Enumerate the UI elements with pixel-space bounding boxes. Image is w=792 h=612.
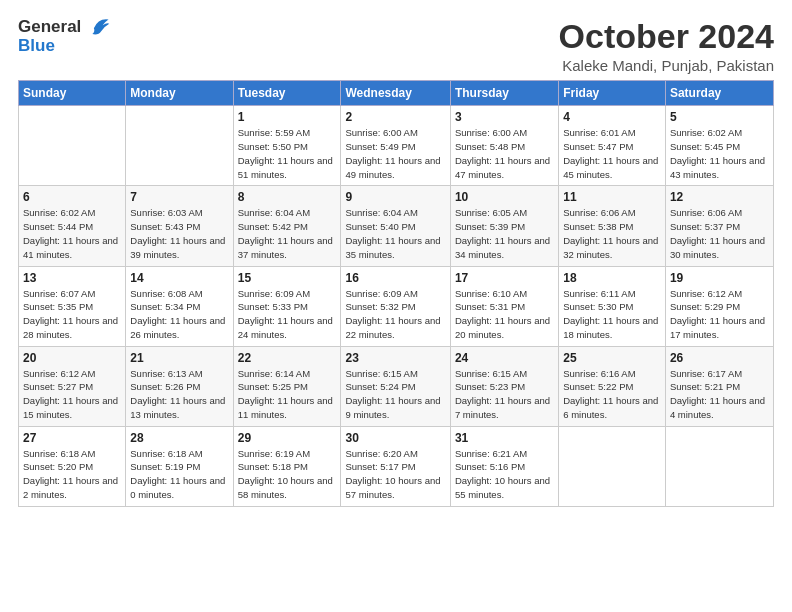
day-info: Sunrise: 6:04 AMSunset: 5:42 PMDaylight:… bbox=[238, 206, 337, 261]
calendar-cell: 18Sunrise: 6:11 AMSunset: 5:30 PMDayligh… bbox=[559, 266, 666, 346]
calendar-cell: 16Sunrise: 6:09 AMSunset: 5:32 PMDayligh… bbox=[341, 266, 450, 346]
calendar-table: SundayMondayTuesdayWednesdayThursdayFrid… bbox=[18, 80, 774, 506]
day-number: 12 bbox=[670, 190, 769, 204]
day-info: Sunrise: 6:05 AMSunset: 5:39 PMDaylight:… bbox=[455, 206, 554, 261]
day-info: Sunrise: 6:00 AMSunset: 5:48 PMDaylight:… bbox=[455, 126, 554, 181]
calendar-cell bbox=[665, 426, 773, 506]
calendar-week-row: 27Sunrise: 6:18 AMSunset: 5:20 PMDayligh… bbox=[19, 426, 774, 506]
day-info: Sunrise: 6:12 AMSunset: 5:29 PMDaylight:… bbox=[670, 287, 769, 342]
calendar-week-row: 20Sunrise: 6:12 AMSunset: 5:27 PMDayligh… bbox=[19, 346, 774, 426]
day-info: Sunrise: 6:14 AMSunset: 5:25 PMDaylight:… bbox=[238, 367, 337, 422]
day-info: Sunrise: 6:21 AMSunset: 5:16 PMDaylight:… bbox=[455, 447, 554, 502]
calendar-cell bbox=[19, 106, 126, 186]
day-number: 30 bbox=[345, 431, 445, 445]
calendar-cell: 20Sunrise: 6:12 AMSunset: 5:27 PMDayligh… bbox=[19, 346, 126, 426]
day-number: 15 bbox=[238, 271, 337, 285]
weekday-header-wednesday: Wednesday bbox=[341, 81, 450, 106]
day-number: 7 bbox=[130, 190, 228, 204]
day-info: Sunrise: 6:09 AMSunset: 5:33 PMDaylight:… bbox=[238, 287, 337, 342]
day-number: 14 bbox=[130, 271, 228, 285]
day-info: Sunrise: 6:00 AMSunset: 5:49 PMDaylight:… bbox=[345, 126, 445, 181]
day-number: 20 bbox=[23, 351, 121, 365]
day-info: Sunrise: 6:11 AMSunset: 5:30 PMDaylight:… bbox=[563, 287, 661, 342]
day-info: Sunrise: 6:18 AMSunset: 5:20 PMDaylight:… bbox=[23, 447, 121, 502]
calendar-cell: 1Sunrise: 5:59 AMSunset: 5:50 PMDaylight… bbox=[233, 106, 341, 186]
calendar-cell: 4Sunrise: 6:01 AMSunset: 5:47 PMDaylight… bbox=[559, 106, 666, 186]
day-info: Sunrise: 6:04 AMSunset: 5:40 PMDaylight:… bbox=[345, 206, 445, 261]
day-info: Sunrise: 6:15 AMSunset: 5:23 PMDaylight:… bbox=[455, 367, 554, 422]
calendar-cell bbox=[559, 426, 666, 506]
day-number: 1 bbox=[238, 110, 337, 124]
day-info: Sunrise: 6:01 AMSunset: 5:47 PMDaylight:… bbox=[563, 126, 661, 181]
day-info: Sunrise: 5:59 AMSunset: 5:50 PMDaylight:… bbox=[238, 126, 337, 181]
day-number: 21 bbox=[130, 351, 228, 365]
day-number: 25 bbox=[563, 351, 661, 365]
day-number: 13 bbox=[23, 271, 121, 285]
calendar-cell: 5Sunrise: 6:02 AMSunset: 5:45 PMDaylight… bbox=[665, 106, 773, 186]
day-info: Sunrise: 6:20 AMSunset: 5:17 PMDaylight:… bbox=[345, 447, 445, 502]
calendar-cell: 27Sunrise: 6:18 AMSunset: 5:20 PMDayligh… bbox=[19, 426, 126, 506]
day-number: 19 bbox=[670, 271, 769, 285]
calendar-cell: 17Sunrise: 6:10 AMSunset: 5:31 PMDayligh… bbox=[450, 266, 558, 346]
calendar-cell: 26Sunrise: 6:17 AMSunset: 5:21 PMDayligh… bbox=[665, 346, 773, 426]
day-number: 6 bbox=[23, 190, 121, 204]
day-info: Sunrise: 6:15 AMSunset: 5:24 PMDaylight:… bbox=[345, 367, 445, 422]
day-number: 2 bbox=[345, 110, 445, 124]
calendar-week-row: 13Sunrise: 6:07 AMSunset: 5:35 PMDayligh… bbox=[19, 266, 774, 346]
day-info: Sunrise: 6:17 AMSunset: 5:21 PMDaylight:… bbox=[670, 367, 769, 422]
day-info: Sunrise: 6:06 AMSunset: 5:38 PMDaylight:… bbox=[563, 206, 661, 261]
day-info: Sunrise: 6:13 AMSunset: 5:26 PMDaylight:… bbox=[130, 367, 228, 422]
calendar-cell: 23Sunrise: 6:15 AMSunset: 5:24 PMDayligh… bbox=[341, 346, 450, 426]
logo: General Blue bbox=[18, 18, 110, 55]
day-number: 16 bbox=[345, 271, 445, 285]
day-number: 4 bbox=[563, 110, 661, 124]
calendar-cell: 30Sunrise: 6:20 AMSunset: 5:17 PMDayligh… bbox=[341, 426, 450, 506]
weekday-header-tuesday: Tuesday bbox=[233, 81, 341, 106]
logo-general: General bbox=[18, 17, 81, 36]
calendar-cell: 29Sunrise: 6:19 AMSunset: 5:18 PMDayligh… bbox=[233, 426, 341, 506]
logo-bird-icon bbox=[88, 15, 110, 37]
day-number: 22 bbox=[238, 351, 337, 365]
calendar-cell: 2Sunrise: 6:00 AMSunset: 5:49 PMDaylight… bbox=[341, 106, 450, 186]
calendar-cell: 10Sunrise: 6:05 AMSunset: 5:39 PMDayligh… bbox=[450, 186, 558, 266]
calendar-cell: 6Sunrise: 6:02 AMSunset: 5:44 PMDaylight… bbox=[19, 186, 126, 266]
day-info: Sunrise: 6:03 AMSunset: 5:43 PMDaylight:… bbox=[130, 206, 228, 261]
calendar-cell: 12Sunrise: 6:06 AMSunset: 5:37 PMDayligh… bbox=[665, 186, 773, 266]
day-number: 24 bbox=[455, 351, 554, 365]
calendar-cell: 14Sunrise: 6:08 AMSunset: 5:34 PMDayligh… bbox=[126, 266, 233, 346]
day-number: 29 bbox=[238, 431, 337, 445]
day-info: Sunrise: 6:02 AMSunset: 5:45 PMDaylight:… bbox=[670, 126, 769, 181]
calendar-cell: 9Sunrise: 6:04 AMSunset: 5:40 PMDaylight… bbox=[341, 186, 450, 266]
calendar-cell: 25Sunrise: 6:16 AMSunset: 5:22 PMDayligh… bbox=[559, 346, 666, 426]
calendar-cell: 31Sunrise: 6:21 AMSunset: 5:16 PMDayligh… bbox=[450, 426, 558, 506]
day-number: 31 bbox=[455, 431, 554, 445]
day-info: Sunrise: 6:12 AMSunset: 5:27 PMDaylight:… bbox=[23, 367, 121, 422]
calendar-cell: 8Sunrise: 6:04 AMSunset: 5:42 PMDaylight… bbox=[233, 186, 341, 266]
calendar-cell: 28Sunrise: 6:18 AMSunset: 5:19 PMDayligh… bbox=[126, 426, 233, 506]
day-info: Sunrise: 6:09 AMSunset: 5:32 PMDaylight:… bbox=[345, 287, 445, 342]
calendar-header-row: SundayMondayTuesdayWednesdayThursdayFrid… bbox=[19, 81, 774, 106]
day-number: 3 bbox=[455, 110, 554, 124]
header: General Blue October 2024 Kaleke Mandi, … bbox=[18, 18, 774, 74]
weekday-header-monday: Monday bbox=[126, 81, 233, 106]
day-number: 5 bbox=[670, 110, 769, 124]
day-number: 23 bbox=[345, 351, 445, 365]
day-number: 26 bbox=[670, 351, 769, 365]
day-info: Sunrise: 6:06 AMSunset: 5:37 PMDaylight:… bbox=[670, 206, 769, 261]
day-number: 8 bbox=[238, 190, 337, 204]
calendar-week-row: 6Sunrise: 6:02 AMSunset: 5:44 PMDaylight… bbox=[19, 186, 774, 266]
day-info: Sunrise: 6:19 AMSunset: 5:18 PMDaylight:… bbox=[238, 447, 337, 502]
calendar-cell: 7Sunrise: 6:03 AMSunset: 5:43 PMDaylight… bbox=[126, 186, 233, 266]
day-number: 11 bbox=[563, 190, 661, 204]
day-info: Sunrise: 6:02 AMSunset: 5:44 PMDaylight:… bbox=[23, 206, 121, 261]
calendar-cell: 22Sunrise: 6:14 AMSunset: 5:25 PMDayligh… bbox=[233, 346, 341, 426]
day-number: 9 bbox=[345, 190, 445, 204]
day-number: 28 bbox=[130, 431, 228, 445]
weekday-header-sunday: Sunday bbox=[19, 81, 126, 106]
day-info: Sunrise: 6:16 AMSunset: 5:22 PMDaylight:… bbox=[563, 367, 661, 422]
day-info: Sunrise: 6:18 AMSunset: 5:19 PMDaylight:… bbox=[130, 447, 228, 502]
calendar-cell: 13Sunrise: 6:07 AMSunset: 5:35 PMDayligh… bbox=[19, 266, 126, 346]
calendar-cell: 11Sunrise: 6:06 AMSunset: 5:38 PMDayligh… bbox=[559, 186, 666, 266]
day-number: 27 bbox=[23, 431, 121, 445]
logo-blue: Blue bbox=[18, 36, 55, 55]
